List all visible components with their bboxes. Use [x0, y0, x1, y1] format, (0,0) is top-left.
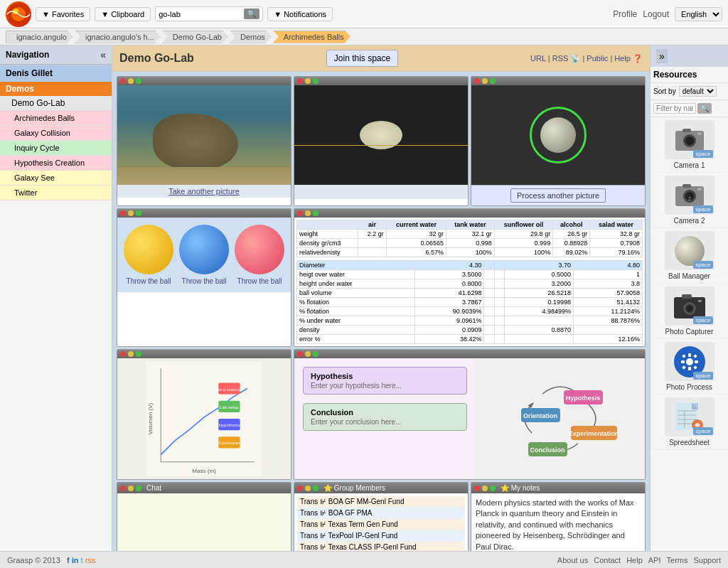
sidebar-subgroup-demogolab[interactable]: Demo Go-Lab — [0, 96, 112, 111]
sort-controls: Sort by default — [651, 83, 728, 100]
rss-icon[interactable]: rss — [85, 556, 96, 564]
min-dot[interactable] — [128, 78, 134, 84]
measurements-table2: Diameter 4.30 3.70 4.80 heigt over water — [296, 260, 643, 344]
max-dot[interactable] — [313, 351, 318, 357]
max-dot[interactable] — [313, 486, 318, 491]
take-picture-button[interactable]: Take another picture — [117, 185, 291, 198]
clipboard-btn[interactable]: ▼ Clipboard — [95, 7, 151, 21]
close-dot[interactable] — [297, 486, 303, 491]
api-link[interactable]: API — [648, 556, 661, 564]
resource-item-photoprocess[interactable]: space Photo Process — [651, 339, 728, 395]
sidebar-item-twitter[interactable]: Twitter — [0, 186, 112, 200]
resource-item-photocapturer[interactable]: space Photo Capturer — [651, 284, 728, 339]
svg-text:Mass (m): Mass (m) — [192, 468, 216, 474]
throw-ball-pink[interactable]: Throw the ball — [235, 277, 284, 285]
min-dot[interactable] — [128, 351, 134, 357]
cell: % flotation — [297, 298, 415, 307]
help-link[interactable]: Help — [626, 556, 643, 564]
url-link[interactable]: URL — [530, 54, 546, 63]
min-dot[interactable] — [305, 351, 311, 357]
breadcrumb-item[interactable]: Demos — [230, 31, 272, 43]
max-dot[interactable] — [136, 78, 141, 84]
max-dot[interactable] — [490, 486, 496, 491]
public-link[interactable]: Public — [587, 54, 608, 63]
filter-input[interactable] — [653, 103, 696, 114]
min-dot[interactable] — [128, 486, 134, 491]
pink-ball[interactable] — [235, 225, 284, 274]
max-dot[interactable] — [313, 78, 318, 84]
cell: 3.2000 — [504, 279, 573, 289]
terms-link[interactable]: Terms — [667, 556, 688, 564]
sidebar-item-galaxy[interactable]: Galaxy Collision — [0, 126, 112, 141]
close-dot[interactable] — [120, 351, 126, 357]
logout-link[interactable]: Logout — [643, 9, 669, 19]
sidebar-item-hypothesis[interactable]: Hypothesis Creation — [0, 156, 112, 171]
close-dot[interactable] — [120, 78, 126, 84]
notifications-btn[interactable]: ▼ Notifications — [267, 7, 333, 21]
process-another-button[interactable]: Process another picture — [510, 188, 606, 203]
hyp-conc-panel: Hypothesis Enter your hypothesis here...… — [294, 349, 646, 480]
min-dot[interactable] — [305, 486, 311, 491]
resource-item-ballmanager[interactable]: space Ball Manager — [651, 228, 728, 284]
logo-icon[interactable] — [6, 1, 31, 27]
twitter-icon[interactable]: t — [81, 556, 83, 564]
max-dot[interactable] — [313, 210, 318, 216]
min-dot[interactable] — [482, 486, 488, 491]
about-link[interactable]: About us — [557, 556, 588, 564]
throw-ball-yellow[interactable]: Throw the ball — [124, 277, 173, 285]
close-dot[interactable] — [297, 78, 303, 84]
breadcrumb-item[interactable]: ignacio.angulo — [6, 31, 73, 43]
list-item: Trans ⊮ TexPool IP-Genl Fund — [297, 530, 465, 542]
close-dot[interactable] — [120, 210, 126, 216]
max-dot[interactable] — [136, 486, 141, 491]
resource-item-spreadsheet[interactable]: space Spreedsheet — [651, 395, 728, 450]
facebook-icon[interactable]: f — [67, 556, 70, 564]
support-link[interactable]: Support — [693, 556, 721, 564]
min-dot[interactable] — [305, 210, 311, 216]
cell: 32 gr — [386, 230, 446, 239]
close-dot[interactable] — [297, 351, 303, 357]
min-dot[interactable] — [482, 78, 488, 84]
right-collapse-btn[interactable]: » — [656, 49, 668, 63]
language-select[interactable]: English — [675, 7, 722, 21]
max-dot[interactable] — [136, 351, 141, 357]
close-dot[interactable] — [474, 78, 480, 84]
blue-ball[interactable] — [179, 225, 229, 274]
profile-link[interactable]: Profile — [613, 9, 637, 19]
sidebar-item-galaxysee[interactable]: Galaxy See — [0, 171, 112, 186]
sort-select[interactable]: default — [679, 86, 717, 97]
photo-process-label: Photo Process — [653, 383, 725, 391]
help-link[interactable]: Help ❓ — [614, 54, 643, 63]
close-dot[interactable] — [474, 486, 480, 491]
sidebar-item-archimedes[interactable]: Archimedes Balls — [0, 111, 112, 126]
sidebar-collapse-btn[interactable]: « — [100, 49, 106, 60]
max-dot[interactable] — [136, 210, 141, 216]
join-space-button[interactable]: Join this space — [326, 50, 398, 67]
min-dot[interactable] — [128, 210, 134, 216]
search-input[interactable] — [159, 10, 244, 18]
process-gear-svg — [680, 352, 700, 372]
yellow-ball[interactable] — [124, 225, 173, 274]
breadcrumb-item[interactable]: Demo Go-Lab — [162, 31, 228, 43]
favorites-btn[interactable]: ▼ Favorites — [36, 7, 90, 21]
linkedin-icon[interactable]: in — [72, 556, 79, 564]
search-button[interactable]: 🔍 — [244, 9, 259, 19]
min-dot[interactable] — [305, 78, 311, 84]
close-dot[interactable] — [297, 210, 303, 216]
filter-search-btn[interactable]: 🔍 — [697, 103, 712, 114]
sidebar-group-demos[interactable]: Demos — [0, 82, 112, 96]
breadcrumb-item-active[interactable]: Archimedes Balls — [273, 31, 350, 43]
copyright: Graasp © 2013 — [7, 556, 60, 564]
breadcrumb-item[interactable]: ignacio.angulo's h... — [75, 31, 161, 43]
resource-item-camera2[interactable]: 2 space Camera 2 — [651, 173, 728, 228]
close-dot[interactable] — [120, 486, 126, 491]
throw-ball-blue[interactable]: Throw the ball — [179, 277, 229, 285]
col-header-sunflower: sunflower oil — [494, 220, 552, 230]
cell: 4.98499% — [504, 307, 573, 316]
sidebar-user[interactable]: Denis Gillet — [0, 65, 112, 82]
max-dot[interactable] — [490, 78, 496, 84]
resource-item-camera1[interactable]: space Camera 1 — [651, 117, 728, 173]
sidebar-item-inquiry[interactable]: Inquiry Cycle — [0, 141, 112, 156]
rss-link[interactable]: RSS 📡 — [552, 54, 581, 63]
contact-link[interactable]: Contact — [594, 556, 621, 564]
